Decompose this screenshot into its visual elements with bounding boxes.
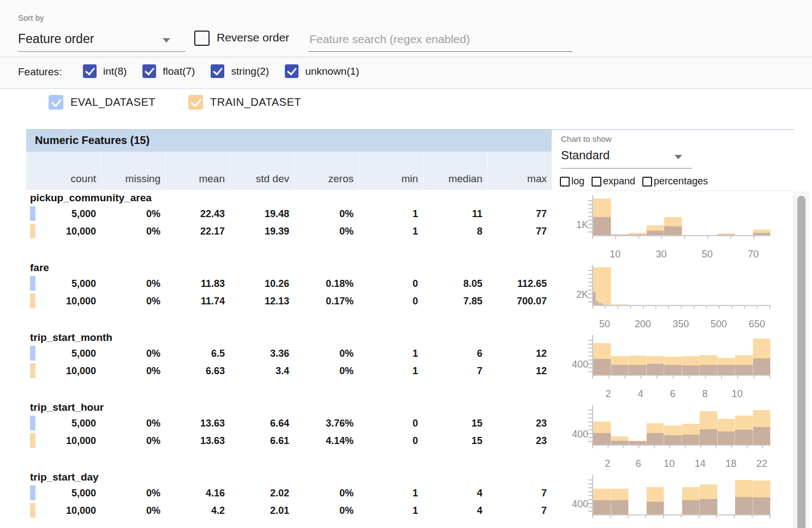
cell-count: 10,000 [26,223,101,240]
check-icon [191,96,201,107]
x-axis-ticks [592,235,771,239]
cell-zeros: 0.17% [294,292,359,310]
stats-row-eval: 5,0000%22.4319.480%11177 [26,205,552,223]
check-icon [213,65,223,76]
chart-type-value: Standard [561,148,610,163]
feature-block-fare: fare5,0000%11.8310.260.18%08.05112.6510,… [26,261,794,331]
dataset-toggle-train[interactable]: TRAIN_DATASET [188,95,301,110]
feature-type-filter-float[interactable]: float(7) [142,64,195,78]
vertical-scrollbar-track[interactable] [793,191,809,528]
bar-eval-overlap [753,358,771,375]
column-header-std-dev: std dev [230,152,294,190]
y-axis-label: 400 [562,499,588,510]
bar-eval-overlap [700,365,718,375]
x-tick-label: 50 [599,319,610,330]
cell-count: 10,000 [26,362,101,380]
feature-search-input[interactable] [308,27,572,52]
expand-checkbox[interactable] [592,177,601,187]
stats-row-eval: 5,0000%4.162.020%147 [26,484,552,502]
cell-median: 7.85 [423,292,487,310]
y-axis-ticks [588,200,592,235]
stats-row-eval: 5,0000%13.636.643.76%01523 [26,415,552,432]
histogram-pickup_community_area: 1K10305070 [562,191,794,261]
cell-count: 5,000 [26,415,101,432]
filter-label-unknown: unknown(1) [305,65,359,77]
sort-by-select[interactable]: Feature order [18,29,186,52]
chart-controls-panel: Chart to show Standard logexpandpercenta… [555,130,794,191]
cell-median: 7 [423,362,487,380]
cell-max: 7 [487,502,552,519]
int-checkbox[interactable] [83,64,97,78]
feature-type-filter-string[interactable]: string(2) [211,64,269,78]
chart-type-select[interactable]: Standard [561,145,692,169]
chart-option-log[interactable]: log [560,176,584,187]
x-tick-label: 10 [732,388,743,400]
feature-type-filter-int[interactable]: int(8) [83,64,127,78]
y-axis-label: 400 [562,429,588,440]
cell-min: 1 [359,205,423,223]
vertical-scrollbar-thumb[interactable] [797,196,805,528]
x-tick-label: 8 [702,388,708,400]
cell-mean: 4.2 [165,502,230,519]
stats-row-train: 10,0000%13.636.614.14%01523 [26,432,552,449]
feature-type-filter-unknown[interactable]: unknown(1) [285,64,359,78]
y-axis-ticks [588,340,592,375]
sort-by-label: Sort by [18,13,44,22]
chart-option-expand[interactable]: expand [592,176,635,187]
x-tick-label: 22 [756,458,767,470]
train-color-swatch [30,363,35,378]
dataset-toggles: EVAL_DATASETTRAIN_DATASET [49,95,334,110]
cell-std-dev: 12.13 [230,292,294,310]
column-header-min: min [359,152,423,190]
bar-eval-overlap [664,226,682,235]
column-header-missing: missing [101,152,165,190]
cell-zeros: 0% [294,502,359,519]
train-dataset-checkbox[interactable] [188,95,203,110]
table-column-headers: countmissingmeanstd devzerosminmedianmax [26,152,552,190]
histogram-plot [592,405,771,446]
filter-label-float: float(7) [163,65,195,77]
x-tick-label: 50 [702,249,713,260]
unknown-checkbox[interactable] [285,64,298,78]
dataset-label-eval: EVAL_DATASET [70,96,156,109]
top-toolbar: Sort by Feature order Reverse order [0,0,812,57]
train-color-swatch [30,224,35,238]
percentages-checkbox[interactable] [642,177,652,187]
histogram-trip_start_month: 400246810 [562,331,794,400]
eval-dataset-checkbox[interactable] [49,95,63,110]
chart-option-percentages[interactable]: percentages [642,176,708,187]
cell-zeros: 0% [294,362,359,380]
x-tick-label: 500 [710,319,727,330]
histogram-plot [592,265,771,306]
bar-eval-overlap [593,217,611,235]
feature-block-trip_start_month: trip_start_month5,0000%6.53.360%161210,0… [26,331,794,400]
cell-max: 12 [487,362,552,380]
y-axis-ticks [588,270,592,305]
histogram-fare: 2K50200350500650 [562,261,794,331]
bar-eval-overlap [602,304,605,305]
check-icon [145,65,154,76]
reverse-order-checkbox[interactable] [194,31,210,46]
cell-max: 700.07 [487,292,552,310]
chart-option-label-log: log [571,176,584,187]
bar-eval-overlap [593,500,611,514]
column-header-max: max [487,152,552,190]
cell-std-dev: 6.64 [230,415,294,432]
chart-option-toggles: logexpandpercentages [560,176,715,187]
filter-label-string: string(2) [231,65,269,77]
x-axis-ticks [592,375,771,379]
cell-missing: 0% [101,275,165,292]
bar-train [611,304,629,305]
bar-eval-overlap [593,433,611,445]
dataset-toggle-eval[interactable]: EVAL_DATASET [49,95,156,110]
check-icon [287,65,297,76]
float-checkbox[interactable] [142,64,156,78]
train-color-swatch [30,433,35,448]
cell-median: 11 [423,205,487,223]
string-checkbox[interactable] [211,64,224,78]
cell-mean: 13.63 [165,415,230,432]
log-checkbox[interactable] [560,177,570,187]
cell-missing: 0% [101,345,165,362]
cell-zeros: 0.18% [294,275,359,292]
column-header-count: count [26,152,101,190]
